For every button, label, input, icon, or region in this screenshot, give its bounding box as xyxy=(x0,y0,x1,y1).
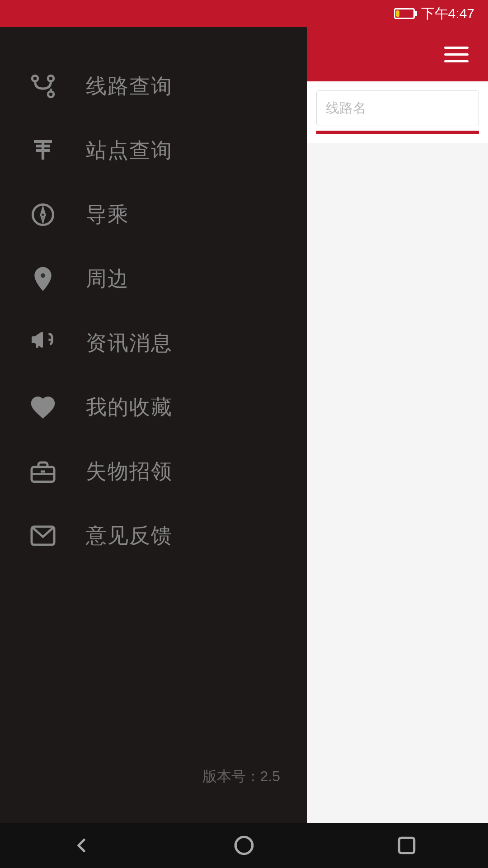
search-divider xyxy=(316,131,479,134)
briefcase-icon xyxy=(27,456,59,487)
search-area: 线路名 xyxy=(307,81,488,143)
drawer-menu-panel: 线路查询 站点查询 xyxy=(0,27,307,823)
right-panel: 线路名 xyxy=(307,27,488,823)
station-icon xyxy=(27,135,59,166)
bottom-nav xyxy=(0,823,488,868)
drawer-footer: 版本号：2.5 xyxy=(0,758,307,796)
sidebar-item-favorites-label: 我的收藏 xyxy=(86,393,173,421)
sidebar-item-lost-found[interactable]: 失物招领 xyxy=(0,439,307,504)
svg-point-2 xyxy=(48,75,54,81)
sidebar-item-news-label: 资讯消息 xyxy=(86,329,173,357)
status-bar-right: 下午4:47 xyxy=(394,5,474,23)
hamburger-line-3 xyxy=(444,60,469,62)
svg-point-17 xyxy=(235,837,253,854)
nav-recents-button[interactable] xyxy=(389,827,425,863)
sidebar-item-favorites[interactable]: 我的收藏 xyxy=(0,375,307,439)
sidebar-item-navigation[interactable]: 导乘 xyxy=(0,183,307,247)
heart-icon xyxy=(27,392,59,423)
svg-point-0 xyxy=(32,75,38,81)
sidebar-item-feedback-label: 意见反馈 xyxy=(86,522,173,550)
route-icon xyxy=(27,71,59,102)
svg-marker-9 xyxy=(41,207,45,215)
app-header xyxy=(307,27,488,81)
sidebar-item-navigation-label: 导乘 xyxy=(86,201,129,229)
sidebar-item-lost-found-label: 失物招领 xyxy=(86,458,173,486)
hamburger-line-1 xyxy=(444,47,469,49)
compass-icon xyxy=(27,199,59,231)
sidebar-item-station-query[interactable]: 站点查询 xyxy=(0,118,307,183)
sidebar-item-nearby-label: 周边 xyxy=(86,265,129,293)
megaphone-icon xyxy=(27,327,59,359)
nav-home-button[interactable] xyxy=(226,827,262,863)
sidebar-item-station-query-label: 站点查询 xyxy=(86,137,173,165)
sidebar-item-nearby[interactable]: 周边 xyxy=(0,247,307,311)
status-time: 下午4:47 xyxy=(421,5,474,23)
location-icon xyxy=(27,263,59,295)
hamburger-line-2 xyxy=(444,53,469,56)
svg-rect-18 xyxy=(399,838,414,853)
svg-point-11 xyxy=(40,273,46,278)
nav-back-button[interactable] xyxy=(63,827,99,863)
version-text: 版本号：2.5 xyxy=(202,768,280,784)
drawer-menu-list: 线路查询 站点查询 xyxy=(0,27,307,758)
sidebar-item-route-query-label: 线路查询 xyxy=(86,72,173,100)
mail-icon xyxy=(27,520,59,552)
svg-point-1 xyxy=(48,91,54,97)
svg-marker-10 xyxy=(41,215,45,223)
search-input[interactable]: 线路名 xyxy=(316,90,479,126)
battery-icon xyxy=(394,8,415,19)
main-layout: 线路查询 站点查询 xyxy=(0,27,488,823)
sidebar-item-news[interactable]: 资讯消息 xyxy=(0,311,307,375)
hamburger-button[interactable] xyxy=(438,36,474,72)
sidebar-item-feedback[interactable]: 意见反馈 xyxy=(0,504,307,568)
sidebar-item-route-query[interactable]: 线路查询 xyxy=(0,54,307,118)
status-bar: 下午4:47 xyxy=(0,0,488,27)
